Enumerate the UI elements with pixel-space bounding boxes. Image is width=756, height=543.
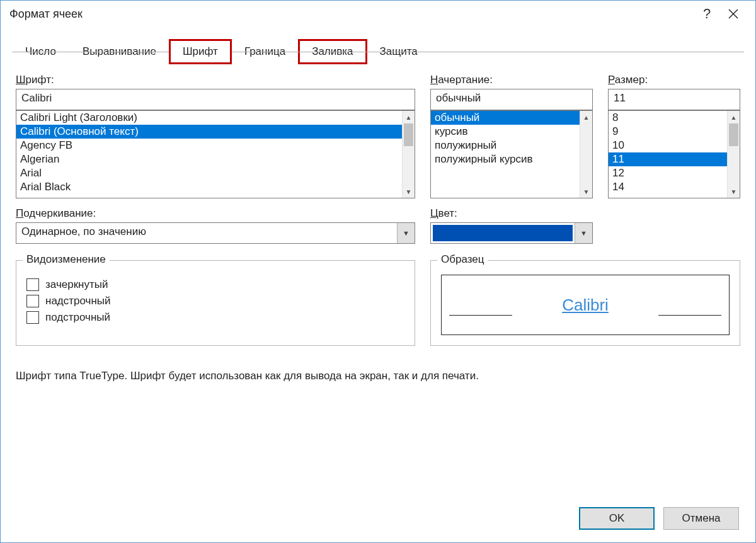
underline-label: Подчеркивание: <box>16 207 415 220</box>
checkbox-label: надстрочный <box>45 295 111 307</box>
preview-legend: Образец <box>437 253 488 266</box>
close-button[interactable] <box>720 1 747 27</box>
preview-box: Calibri <box>441 275 730 335</box>
style-label: Начертание: <box>430 74 593 86</box>
dialog-title: Формат ячеек <box>9 8 83 21</box>
list-item[interactable]: Agency FB <box>16 139 402 152</box>
chevron-down-icon[interactable]: ▼ <box>397 223 415 243</box>
ok-button[interactable]: OK <box>579 507 655 530</box>
scroll-up-icon[interactable]: ▲ <box>403 111 415 123</box>
underline-dropdown[interactable]: Одинарное, по значению ▼ <box>16 222 415 244</box>
effects-group: Видоизменение зачеркнутый надстрочный по… <box>16 260 415 346</box>
checkbox-icon <box>26 278 39 291</box>
list-item[interactable]: Arial Black <box>16 180 402 194</box>
list-item[interactable]: Calibri Light (Заголовки) <box>16 111 402 125</box>
list-item[interactable]: 11 <box>609 152 727 166</box>
color-label: Цвет: <box>430 207 593 220</box>
format-cells-dialog: Формат ячеек ? Число Выравнивание Шрифт … <box>0 0 756 543</box>
chevron-down-icon[interactable]: ▼ <box>575 223 592 243</box>
color-swatch <box>433 225 573 241</box>
checkbox-label: зачеркнутый <box>45 278 108 291</box>
underline-value: Одинарное, по значению <box>16 223 397 243</box>
tab-strip: Число Выравнивание Шрифт Граница Заливка… <box>1 27 755 64</box>
checkbox-subscript[interactable]: подстрочный <box>26 311 404 324</box>
size-listbox[interactable]: 8 9 10 11 12 14 ▲ ▼ <box>608 110 740 198</box>
style-input[interactable]: обычный <box>430 89 593 110</box>
list-item[interactable]: 10 <box>609 139 727 152</box>
list-item[interactable]: Arial <box>16 166 402 180</box>
checkbox-strikethrough[interactable]: зачеркнутый <box>26 278 404 291</box>
checkbox-label: подстрочный <box>45 311 110 324</box>
list-item[interactable]: обычный <box>431 111 580 125</box>
scroll-down-icon[interactable]: ▼ <box>728 185 740 198</box>
list-item[interactable]: 12 <box>609 166 727 180</box>
list-item[interactable]: курсив <box>431 125 580 139</box>
font-hint: Шрифт типа TrueType. Шрифт будет использ… <box>16 370 740 382</box>
list-item[interactable]: полужирный курсив <box>431 152 580 166</box>
effects-legend: Видоизменение <box>23 253 110 266</box>
style-listbox[interactable]: обычный курсив полужирный полужирный кур… <box>430 110 593 198</box>
tab-font[interactable]: Шрифт <box>169 40 231 64</box>
scrollbar[interactable]: ▲ ▼ <box>402 111 415 198</box>
list-item[interactable]: 9 <box>609 125 727 139</box>
cancel-button[interactable]: Отмена <box>663 507 739 530</box>
size-label: Размер: <box>608 74 740 86</box>
help-button[interactable]: ? <box>694 1 720 27</box>
checkbox-superscript[interactable]: надстрочный <box>26 295 404 307</box>
dialog-body: Шрифт: Calibri Calibri Light (Заголовки)… <box>1 64 755 496</box>
list-item[interactable]: Calibri (Основной текст) <box>16 125 402 139</box>
preview-text: Calibri <box>562 295 609 315</box>
close-icon <box>728 9 738 19</box>
font-input[interactable]: Calibri <box>16 89 415 110</box>
size-input[interactable]: 11 <box>608 89 740 110</box>
color-dropdown[interactable]: ▼ <box>430 222 593 244</box>
font-listbox[interactable]: Calibri Light (Заголовки) Calibri (Основ… <box>16 110 415 198</box>
preview-group: Образец Calibri <box>430 260 740 346</box>
scroll-down-icon[interactable]: ▼ <box>403 185 415 198</box>
scroll-down-icon[interactable]: ▼ <box>580 185 592 198</box>
titlebar: Формат ячеек ? <box>1 1 755 27</box>
scrollbar[interactable]: ▲ ▼ <box>727 111 740 198</box>
list-item[interactable]: 8 <box>609 111 727 125</box>
dialog-footer: OK Отмена <box>1 496 755 542</box>
list-item[interactable]: полужирный <box>431 139 580 152</box>
checkbox-icon <box>26 295 39 307</box>
scroll-up-icon[interactable]: ▲ <box>728 111 740 123</box>
list-item[interactable]: 14 <box>609 180 727 194</box>
scrollbar[interactable]: ▲ ▼ <box>580 111 592 198</box>
scroll-up-icon[interactable]: ▲ <box>580 111 592 123</box>
font-label: Шрифт: <box>16 74 415 86</box>
checkbox-icon <box>26 311 39 324</box>
list-item[interactable]: Algerian <box>16 152 402 166</box>
